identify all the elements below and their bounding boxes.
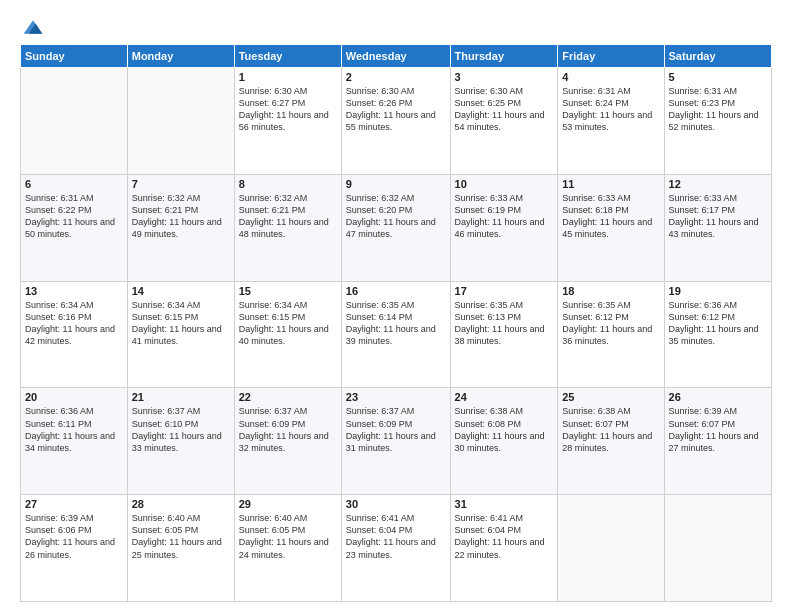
day-number: 23 [346, 391, 446, 403]
day-info: Sunrise: 6:32 AM Sunset: 6:21 PM Dayligh… [239, 192, 337, 241]
calendar-cell: 19Sunrise: 6:36 AM Sunset: 6:12 PM Dayli… [664, 281, 771, 388]
day-number: 7 [132, 178, 230, 190]
day-number: 6 [25, 178, 123, 190]
day-info: Sunrise: 6:36 AM Sunset: 6:12 PM Dayligh… [669, 299, 767, 348]
day-number: 1 [239, 71, 337, 83]
day-number: 12 [669, 178, 767, 190]
day-info: Sunrise: 6:38 AM Sunset: 6:08 PM Dayligh… [455, 405, 554, 454]
day-info: Sunrise: 6:34 AM Sunset: 6:15 PM Dayligh… [239, 299, 337, 348]
day-number: 13 [25, 285, 123, 297]
day-info: Sunrise: 6:33 AM Sunset: 6:18 PM Dayligh… [562, 192, 659, 241]
day-number: 27 [25, 498, 123, 510]
calendar-cell: 16Sunrise: 6:35 AM Sunset: 6:14 PM Dayli… [341, 281, 450, 388]
calendar-cell: 10Sunrise: 6:33 AM Sunset: 6:19 PM Dayli… [450, 174, 558, 281]
calendar-cell: 6Sunrise: 6:31 AM Sunset: 6:22 PM Daylig… [21, 174, 128, 281]
day-number: 29 [239, 498, 337, 510]
day-number: 24 [455, 391, 554, 403]
day-number: 18 [562, 285, 659, 297]
day-number: 22 [239, 391, 337, 403]
day-info: Sunrise: 6:34 AM Sunset: 6:15 PM Dayligh… [132, 299, 230, 348]
calendar-cell: 25Sunrise: 6:38 AM Sunset: 6:07 PM Dayli… [558, 388, 664, 495]
day-info: Sunrise: 6:33 AM Sunset: 6:17 PM Dayligh… [669, 192, 767, 241]
day-info: Sunrise: 6:36 AM Sunset: 6:11 PM Dayligh… [25, 405, 123, 454]
day-number: 9 [346, 178, 446, 190]
day-number: 26 [669, 391, 767, 403]
calendar-cell: 2Sunrise: 6:30 AM Sunset: 6:26 PM Daylig… [341, 68, 450, 175]
day-info: Sunrise: 6:37 AM Sunset: 6:10 PM Dayligh… [132, 405, 230, 454]
calendar-cell [558, 495, 664, 602]
day-number: 28 [132, 498, 230, 510]
day-info: Sunrise: 6:31 AM Sunset: 6:22 PM Dayligh… [25, 192, 123, 241]
weekday-header: Thursday [450, 45, 558, 68]
day-number: 30 [346, 498, 446, 510]
calendar-cell: 11Sunrise: 6:33 AM Sunset: 6:18 PM Dayli… [558, 174, 664, 281]
day-info: Sunrise: 6:35 AM Sunset: 6:14 PM Dayligh… [346, 299, 446, 348]
calendar-cell: 7Sunrise: 6:32 AM Sunset: 6:21 PM Daylig… [127, 174, 234, 281]
day-info: Sunrise: 6:35 AM Sunset: 6:13 PM Dayligh… [455, 299, 554, 348]
calendar-table: SundayMondayTuesdayWednesdayThursdayFrid… [20, 44, 772, 602]
calendar-week-row: 27Sunrise: 6:39 AM Sunset: 6:06 PM Dayli… [21, 495, 772, 602]
day-number: 2 [346, 71, 446, 83]
calendar-cell: 22Sunrise: 6:37 AM Sunset: 6:09 PM Dayli… [234, 388, 341, 495]
header [20, 18, 772, 36]
day-info: Sunrise: 6:41 AM Sunset: 6:04 PM Dayligh… [455, 512, 554, 561]
day-info: Sunrise: 6:31 AM Sunset: 6:23 PM Dayligh… [669, 85, 767, 134]
calendar-cell: 15Sunrise: 6:34 AM Sunset: 6:15 PM Dayli… [234, 281, 341, 388]
day-info: Sunrise: 6:39 AM Sunset: 6:06 PM Dayligh… [25, 512, 123, 561]
page: SundayMondayTuesdayWednesdayThursdayFrid… [0, 0, 792, 612]
day-info: Sunrise: 6:30 AM Sunset: 6:26 PM Dayligh… [346, 85, 446, 134]
day-number: 11 [562, 178, 659, 190]
day-info: Sunrise: 6:32 AM Sunset: 6:20 PM Dayligh… [346, 192, 446, 241]
day-number: 14 [132, 285, 230, 297]
day-info: Sunrise: 6:30 AM Sunset: 6:25 PM Dayligh… [455, 85, 554, 134]
day-info: Sunrise: 6:37 AM Sunset: 6:09 PM Dayligh… [239, 405, 337, 454]
weekday-header-row: SundayMondayTuesdayWednesdayThursdayFrid… [21, 45, 772, 68]
day-number: 4 [562, 71, 659, 83]
weekday-header: Friday [558, 45, 664, 68]
calendar-week-row: 13Sunrise: 6:34 AM Sunset: 6:16 PM Dayli… [21, 281, 772, 388]
day-info: Sunrise: 6:40 AM Sunset: 6:05 PM Dayligh… [132, 512, 230, 561]
calendar-week-row: 20Sunrise: 6:36 AM Sunset: 6:11 PM Dayli… [21, 388, 772, 495]
calendar-cell: 4Sunrise: 6:31 AM Sunset: 6:24 PM Daylig… [558, 68, 664, 175]
day-number: 10 [455, 178, 554, 190]
calendar-week-row: 1Sunrise: 6:30 AM Sunset: 6:27 PM Daylig… [21, 68, 772, 175]
logo [20, 18, 44, 36]
calendar-cell: 12Sunrise: 6:33 AM Sunset: 6:17 PM Dayli… [664, 174, 771, 281]
calendar-cell: 17Sunrise: 6:35 AM Sunset: 6:13 PM Dayli… [450, 281, 558, 388]
calendar-cell: 21Sunrise: 6:37 AM Sunset: 6:10 PM Dayli… [127, 388, 234, 495]
calendar-cell: 14Sunrise: 6:34 AM Sunset: 6:15 PM Dayli… [127, 281, 234, 388]
weekday-header: Tuesday [234, 45, 341, 68]
calendar-cell: 1Sunrise: 6:30 AM Sunset: 6:27 PM Daylig… [234, 68, 341, 175]
calendar-cell [21, 68, 128, 175]
calendar-cell: 8Sunrise: 6:32 AM Sunset: 6:21 PM Daylig… [234, 174, 341, 281]
calendar-cell: 24Sunrise: 6:38 AM Sunset: 6:08 PM Dayli… [450, 388, 558, 495]
calendar-cell: 23Sunrise: 6:37 AM Sunset: 6:09 PM Dayli… [341, 388, 450, 495]
day-number: 3 [455, 71, 554, 83]
day-number: 25 [562, 391, 659, 403]
day-info: Sunrise: 6:32 AM Sunset: 6:21 PM Dayligh… [132, 192, 230, 241]
weekday-header: Wednesday [341, 45, 450, 68]
day-info: Sunrise: 6:30 AM Sunset: 6:27 PM Dayligh… [239, 85, 337, 134]
day-number: 21 [132, 391, 230, 403]
calendar-cell: 27Sunrise: 6:39 AM Sunset: 6:06 PM Dayli… [21, 495, 128, 602]
day-number: 20 [25, 391, 123, 403]
day-number: 31 [455, 498, 554, 510]
calendar-cell: 3Sunrise: 6:30 AM Sunset: 6:25 PM Daylig… [450, 68, 558, 175]
weekday-header: Monday [127, 45, 234, 68]
day-info: Sunrise: 6:35 AM Sunset: 6:12 PM Dayligh… [562, 299, 659, 348]
day-number: 16 [346, 285, 446, 297]
day-info: Sunrise: 6:33 AM Sunset: 6:19 PM Dayligh… [455, 192, 554, 241]
calendar-cell: 26Sunrise: 6:39 AM Sunset: 6:07 PM Dayli… [664, 388, 771, 495]
calendar-cell: 29Sunrise: 6:40 AM Sunset: 6:05 PM Dayli… [234, 495, 341, 602]
day-number: 5 [669, 71, 767, 83]
calendar-cell: 18Sunrise: 6:35 AM Sunset: 6:12 PM Dayli… [558, 281, 664, 388]
day-info: Sunrise: 6:31 AM Sunset: 6:24 PM Dayligh… [562, 85, 659, 134]
day-info: Sunrise: 6:38 AM Sunset: 6:07 PM Dayligh… [562, 405, 659, 454]
day-number: 15 [239, 285, 337, 297]
day-number: 19 [669, 285, 767, 297]
weekday-header: Sunday [21, 45, 128, 68]
calendar-cell [127, 68, 234, 175]
day-info: Sunrise: 6:39 AM Sunset: 6:07 PM Dayligh… [669, 405, 767, 454]
calendar-cell [664, 495, 771, 602]
calendar-cell: 30Sunrise: 6:41 AM Sunset: 6:04 PM Dayli… [341, 495, 450, 602]
